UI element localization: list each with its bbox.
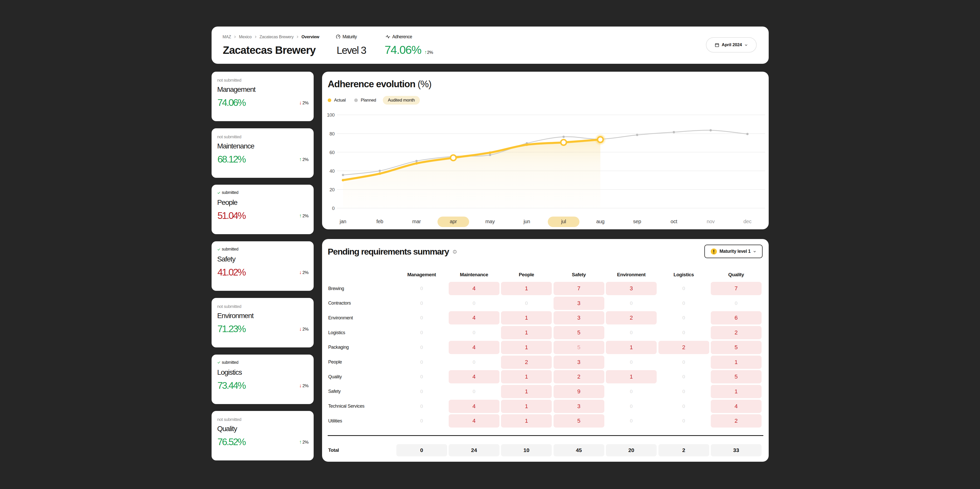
svg-text:jun: jun: [523, 219, 530, 224]
svg-text:40: 40: [329, 168, 334, 174]
svg-text:nov: nov: [707, 219, 715, 224]
svg-text:100: 100: [327, 112, 334, 117]
svg-text:jul: jul: [561, 219, 566, 224]
svg-text:mar: mar: [412, 219, 421, 224]
svg-text:80: 80: [329, 131, 334, 137]
svg-text:feb: feb: [376, 219, 383, 224]
svg-text:20: 20: [329, 187, 334, 192]
svg-text:may: may: [485, 219, 495, 224]
svg-text:0: 0: [332, 206, 334, 211]
svg-text:dec: dec: [743, 219, 752, 224]
svg-text:oct: oct: [671, 219, 678, 224]
svg-text:apr: apr: [450, 219, 457, 224]
svg-text:sep: sep: [633, 219, 641, 224]
svg-text:60: 60: [329, 150, 334, 155]
svg-text:aug: aug: [596, 219, 605, 224]
svg-text:jan: jan: [339, 219, 346, 224]
